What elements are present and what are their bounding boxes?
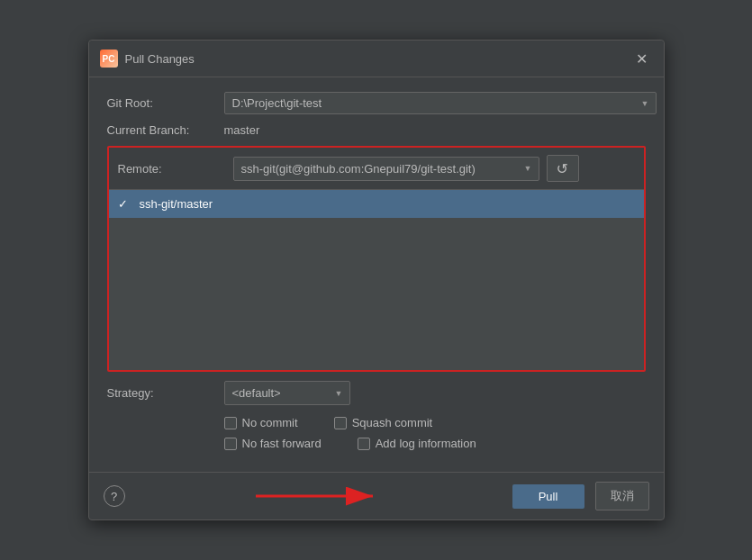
no-commit-checkbox-item[interactable]: No commit: [224, 416, 298, 429]
no-fast-forward-label: No fast forward: [242, 437, 322, 450]
dialog-body: Git Root: D:\Project\git-test Current Br…: [89, 77, 664, 472]
cancel-button[interactable]: 取消: [595, 482, 649, 510]
dialog-title: Pull Changes: [125, 52, 195, 66]
branch-item-selected[interactable]: ✓ ssh-git/master: [109, 190, 644, 218]
refresh-button[interactable]: ↻: [547, 155, 579, 182]
remote-row: Remote: ssh-git(git@github.com:Gnepuil79…: [109, 148, 644, 190]
strategy-select-wrapper: <default>: [224, 381, 350, 405]
dialog-footer: ? Pull 取消: [89, 472, 664, 519]
add-log-label: Add log information: [376, 437, 476, 450]
strategy-select[interactable]: <default>: [224, 381, 350, 405]
refresh-icon: ↻: [557, 160, 568, 177]
current-branch-label: Current Branch:: [107, 123, 224, 137]
branches-row: ✓ ssh-git/master: [109, 190, 644, 370]
no-commit-checkbox[interactable]: [224, 417, 237, 429]
checkbox-row-1: No commit Squash commit: [224, 416, 646, 429]
squash-commit-label: Squash commit: [352, 416, 433, 429]
close-button[interactable]: ✕: [631, 48, 653, 69]
title-bar: PC Pull Changes ✕: [89, 41, 664, 77]
add-log-checkbox-item[interactable]: Add log information: [358, 437, 476, 450]
branch-checkmark: ✓: [118, 197, 132, 211]
current-branch-row: Current Branch: master: [107, 123, 646, 137]
remote-select-wrapper: ssh-git(git@github.com:Gnepuil79/git-tes…: [233, 157, 539, 181]
checkboxes-area: No commit Squash commit No fast forward …: [224, 416, 646, 450]
strategy-label: Strategy:: [107, 386, 224, 400]
app-icon: PC: [100, 50, 118, 68]
current-branch-value: master: [224, 123, 260, 137]
arrow-icon: [256, 483, 382, 510]
pull-button[interactable]: Pull: [512, 484, 584, 509]
strategy-row: Strategy: <default>: [107, 381, 646, 405]
remote-label: Remote:: [118, 162, 233, 176]
git-root-label: Git Root:: [107, 96, 224, 110]
close-icon: ✕: [636, 50, 648, 68]
no-fast-forward-checkbox[interactable]: [224, 438, 237, 450]
checkbox-row-2: No fast forward Add log information: [224, 437, 646, 450]
squash-commit-checkbox[interactable]: [334, 417, 347, 429]
git-root-select[interactable]: D:\Project\git-test: [224, 92, 657, 114]
branch-item-label: ssh-git/master: [140, 197, 213, 211]
git-root-select-wrapper: D:\Project\git-test: [224, 92, 657, 114]
branches-list: ✓ ssh-git/master: [109, 190, 644, 370]
remote-section: Remote: ssh-git(git@github.com:Gnepuil79…: [107, 146, 646, 372]
no-commit-label: No commit: [242, 416, 298, 429]
title-bar-left: PC Pull Changes: [100, 50, 195, 68]
arrow-decoration: [125, 483, 512, 510]
pull-changes-dialog: PC Pull Changes ✕ Git Root: D:\Project\g…: [88, 40, 665, 520]
remote-select[interactable]: ssh-git(git@github.com:Gnepuil79/git-tes…: [233, 157, 539, 181]
footer-right: Pull 取消: [512, 482, 649, 510]
help-button[interactable]: ?: [104, 485, 125, 507]
git-root-row: Git Root: D:\Project\git-test: [107, 92, 646, 114]
help-icon: ?: [111, 490, 117, 503]
no-fast-forward-checkbox-item[interactable]: No fast forward: [224, 437, 322, 450]
squash-commit-checkbox-item[interactable]: Squash commit: [334, 416, 433, 429]
add-log-checkbox[interactable]: [358, 438, 370, 450]
